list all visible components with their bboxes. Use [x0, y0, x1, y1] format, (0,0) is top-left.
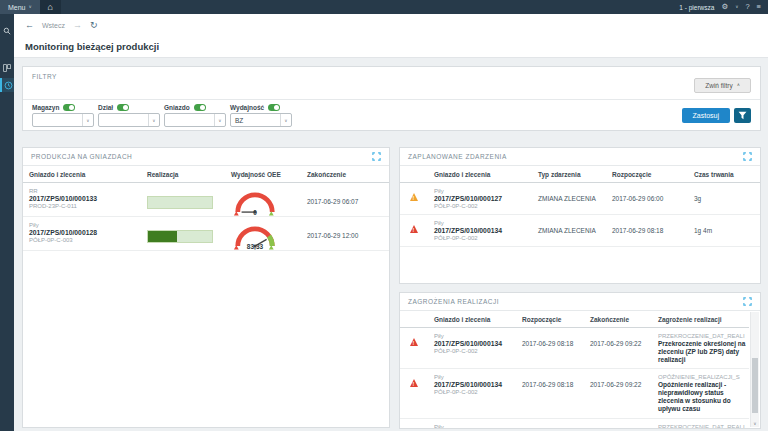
scrollbar-thumb[interactable]	[752, 358, 758, 413]
risk-code: OPÓŹNIENIE_REALIZACJI_S	[658, 374, 746, 380]
order-number: 2017/ZPS/010/000133	[29, 195, 138, 202]
refresh-icon[interactable]: ↻	[90, 21, 98, 30]
filter-funnel-button[interactable]	[734, 108, 751, 123]
scrollbar[interactable]: ∨	[750, 312, 759, 427]
severity-cell	[400, 183, 428, 215]
order-number: 2017/ZPS/010/000134	[434, 227, 529, 234]
forward-arrow-icon[interactable]: →	[73, 21, 82, 30]
severity-cell	[400, 419, 428, 429]
home-tab[interactable]: ⌂	[40, 0, 61, 14]
oee-cell: 0	[225, 183, 301, 217]
content: FILTRY Zwiń filtry ∧ Magazyn	[14, 58, 768, 431]
expand-button[interactable]	[743, 152, 752, 161]
warning-triangle-icon	[410, 338, 418, 346]
order-info: Piły 2017/ZPS/010/000127 PÓŁP-0P-C-002	[428, 183, 532, 215]
wydajnosc-select[interactable]: BZ ∨	[230, 113, 292, 127]
end-date: 2017-06-29 06:07	[301, 183, 389, 217]
event-type: ZMIANA ZLECENIA	[532, 183, 606, 215]
collapse-filters-label: Zwiń filtry	[705, 82, 732, 89]
gniazdo-toggle[interactable]	[194, 104, 206, 111]
workcenter-label: Piły	[434, 333, 513, 339]
workcenter-label: Piły	[434, 188, 529, 194]
filter-group-dzial: Dział ∨	[98, 104, 160, 127]
chevron-down-icon: ∨	[214, 114, 225, 126]
start-date: 2017-06-29 08:18	[606, 215, 688, 247]
severity-cell	[400, 215, 428, 247]
panels-row: PRODUKCJA NA GNIAZDACH Gniazdo i zleceni…	[22, 147, 761, 429]
workcenter-label: Piły	[434, 424, 513, 429]
workcenter-label: Piły	[434, 220, 529, 226]
column-header: Gniazdo i zlecenia	[428, 311, 516, 328]
chevron-down-icon: ∨	[82, 114, 93, 126]
nav-toolbar: ← Wstecz → ↻	[14, 14, 768, 36]
column-header: Rozpoczęcie	[516, 311, 584, 328]
scroll-down-icon[interactable]: ∨	[751, 422, 759, 427]
order-info: Piły 2017/ZPS/010/000134 PÓŁP-0P-C-002	[428, 369, 516, 418]
wydajnosc-toggle[interactable]	[268, 104, 280, 111]
magazyn-select[interactable]: ∨	[32, 113, 94, 127]
filters-title: FILTRY	[32, 73, 57, 80]
column-header: Zagrożenie realizacji	[652, 311, 749, 328]
realization-bar-fill	[148, 231, 177, 242]
gear-icon[interactable]: ⚙	[721, 3, 728, 11]
realization-cell	[141, 217, 225, 251]
filters-body: Magazyn ∨ Dział	[23, 100, 760, 131]
select-value	[165, 120, 214, 121]
column-header: Zakończenie	[301, 166, 389, 183]
topbar: Menu ∨ ⌂ 1 - pierwsza ⚙ ∨ ? ≡	[0, 0, 768, 14]
workcenter-label: RR	[29, 188, 138, 194]
back-arrow-icon[interactable]: ←	[25, 21, 34, 30]
start-date: 2017-06-29 06:00	[606, 183, 688, 215]
duration: 1g 4m	[688, 215, 760, 247]
filter-group-wydajnosc: Wydajność BZ ∨	[230, 104, 292, 127]
apply-button[interactable]: Zastosuj	[682, 108, 730, 123]
select-value: BZ	[231, 117, 280, 124]
end-date: 2017-06-29 12:00	[301, 217, 389, 251]
start-date: 2017-06-29 08:18	[516, 419, 584, 429]
collapse-filters-button[interactable]: Zwiń filtry ∧	[694, 78, 751, 93]
panel-title: PRODUKCJA NA GNIAZDACH	[31, 153, 132, 160]
topbar-right: 1 - pierwsza ⚙ ∨ ? ≡	[679, 0, 768, 14]
dzial-toggle[interactable]	[117, 104, 129, 111]
help-icon[interactable]: ?	[745, 3, 749, 11]
risks-panel: ZAGROŻENIA REALIZACJI Gniazdo i zlecenia…	[399, 292, 761, 429]
toggle-knob	[274, 105, 279, 110]
funnel-icon	[738, 111, 747, 120]
search-icon	[3, 27, 11, 35]
warning-triangle-icon	[410, 225, 418, 233]
expand-icon	[743, 297, 752, 306]
user-label[interactable]: 1 - pierwsza	[679, 4, 714, 11]
column-header: Czas trwania	[688, 166, 760, 183]
hamburger-icon[interactable]: ≡	[757, 3, 761, 11]
end-date: 2017-06-29 09:22	[584, 369, 652, 418]
filter-label: Dział	[98, 104, 113, 111]
back-label[interactable]: Wstecz	[42, 22, 65, 29]
expand-button[interactable]	[743, 297, 752, 306]
clock-icon	[4, 81, 13, 90]
warning-triangle-icon	[410, 379, 418, 387]
sidebar-item-search[interactable]	[0, 24, 14, 38]
realization-bar	[147, 230, 213, 243]
expand-button[interactable]	[372, 152, 381, 161]
workcenter-label: Piły	[434, 374, 513, 380]
expand-icon	[372, 152, 381, 161]
end-date: 2017-06-29 09:22	[584, 419, 652, 429]
menu-button[interactable]: Menu ∨	[0, 0, 40, 14]
filter-group-gniazdo: Gniazdo ∨	[164, 104, 226, 127]
order-number: 2017/ZPS/010/000128	[29, 229, 138, 236]
risk-description: Przekroczenie określonej na zleceniu (ZP…	[658, 340, 746, 363]
gniazdo-select[interactable]: ∨	[164, 113, 226, 127]
dzial-select[interactable]: ∨	[98, 113, 160, 127]
realization-cell	[141, 183, 225, 217]
menu-label: Menu	[8, 4, 26, 11]
resource-code: PÓŁP-0P-C-002	[434, 389, 513, 395]
magazyn-toggle[interactable]	[63, 104, 75, 111]
panel-title: ZAGROŻENIA REALIZACJI	[408, 298, 499, 305]
sidebar	[0, 14, 14, 431]
sidebar-item-dashboard[interactable]	[0, 61, 14, 75]
sidebar-item-monitoring[interactable]	[0, 78, 14, 92]
resource-code: PÓŁP-0P-C-002	[434, 203, 529, 209]
risk-code: PRZEKROCZENIE_DAT_REALI	[658, 333, 746, 339]
resource-code: PÓŁP-0P-C-002	[434, 235, 529, 241]
risk-description: Opóźnienie realizacji - nieprawidłowy st…	[658, 381, 746, 412]
